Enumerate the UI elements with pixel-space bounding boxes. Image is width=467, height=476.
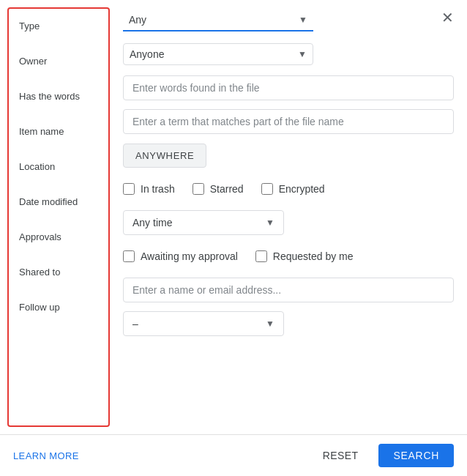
owner-dropdown-value: Anyone [130, 48, 164, 60]
footer-actions: RESET SEARCH [311, 444, 454, 467]
encrypted-label: Encrypted [279, 183, 325, 195]
encrypted-checkbox[interactable] [261, 183, 273, 195]
learn-more-link[interactable]: LEARN MORE [13, 450, 79, 461]
approvals-row: Awaiting my approval Requested by me [123, 243, 454, 269]
owner-dropdown-arrow: ▼ [298, 49, 307, 59]
owner-dropdown[interactable]: Anyone ▼ [123, 43, 313, 65]
in-trash-label: In trash [141, 183, 175, 195]
sidebar-item-shared-to: Shared to [9, 255, 108, 290]
form-area: Any ▼ Anyone ▼ ANYWHERE [110, 0, 467, 434]
shared-to-input[interactable] [123, 278, 454, 302]
search-button[interactable]: SEARCH [378, 444, 454, 467]
has-words-input[interactable] [123, 75, 454, 100]
main-content: Type Owner Has the words Item name Locat… [0, 0, 467, 434]
requested-by-me-checkbox-item[interactable]: Requested by me [255, 250, 354, 262]
encrypted-checkbox-item[interactable]: Encrypted [261, 183, 325, 195]
owner-row: Anyone ▼ [123, 41, 454, 67]
awaiting-approval-checkbox[interactable] [123, 250, 135, 262]
type-dropdown[interactable]: Any ▼ [123, 10, 313, 31]
shared-to-row [123, 277, 454, 303]
location-button[interactable]: ANYWHERE [123, 144, 206, 168]
sidebar-item-has-words: Has the words [9, 79, 108, 114]
starred-label: Starred [210, 183, 244, 195]
follow-up-dropdown[interactable]: – ▼ [123, 311, 284, 336]
footer: LEARN MORE RESET SEARCH [0, 434, 467, 476]
sidebar-item-follow-up: Follow up [9, 290, 108, 325]
checkboxes-row: In trash Starred Encrypted [123, 176, 454, 202]
sidebar: Type Owner Has the words Item name Locat… [7, 7, 110, 427]
in-trash-checkbox-item[interactable]: In trash [123, 183, 175, 195]
sidebar-item-location: Location [9, 149, 108, 185]
follow-up-value: – [132, 318, 138, 330]
sidebar-item-owner: Owner [9, 44, 108, 79]
close-button[interactable]: ✕ [438, 7, 457, 28]
approvals-checkbox-group: Awaiting my approval Requested by me [123, 250, 354, 262]
sidebar-item-date-modified: Date modified [9, 185, 108, 220]
search-dialog: ✕ Type Owner Has the words Item name Loc… [0, 0, 467, 476]
location-row: ANYWHERE [123, 142, 454, 168]
type-dropdown-arrow: ▼ [299, 15, 307, 25]
in-trash-checkbox[interactable] [123, 183, 135, 195]
sidebar-item-item-name: Item name [9, 114, 108, 149]
sidebar-item-type: Type [9, 9, 108, 44]
starred-checkbox-item[interactable]: Starred [193, 183, 244, 195]
date-modified-row: Any time ▼ [123, 209, 454, 236]
starred-checkbox[interactable] [193, 183, 204, 195]
awaiting-approval-checkbox-item[interactable]: Awaiting my approval [123, 250, 238, 262]
date-modified-arrow: ▼ [266, 217, 274, 228]
checkbox-group: In trash Starred Encrypted [123, 183, 325, 195]
reset-button[interactable]: RESET [311, 444, 370, 467]
requested-by-me-label: Requested by me [273, 250, 354, 262]
awaiting-approval-label: Awaiting my approval [141, 250, 238, 262]
has-words-row [123, 75, 454, 101]
date-modified-dropdown[interactable]: Any time ▼ [123, 210, 284, 235]
sidebar-item-approvals: Approvals [9, 220, 108, 255]
item-name-row [123, 108, 454, 135]
requested-by-me-checkbox[interactable] [255, 250, 267, 262]
follow-up-arrow: ▼ [266, 319, 274, 329]
type-row: Any ▼ [123, 7, 454, 34]
type-dropdown-value: Any [129, 14, 146, 26]
follow-up-row: – ▼ [123, 310, 454, 337]
date-modified-value: Any time [132, 217, 172, 228]
item-name-input[interactable] [123, 109, 454, 134]
